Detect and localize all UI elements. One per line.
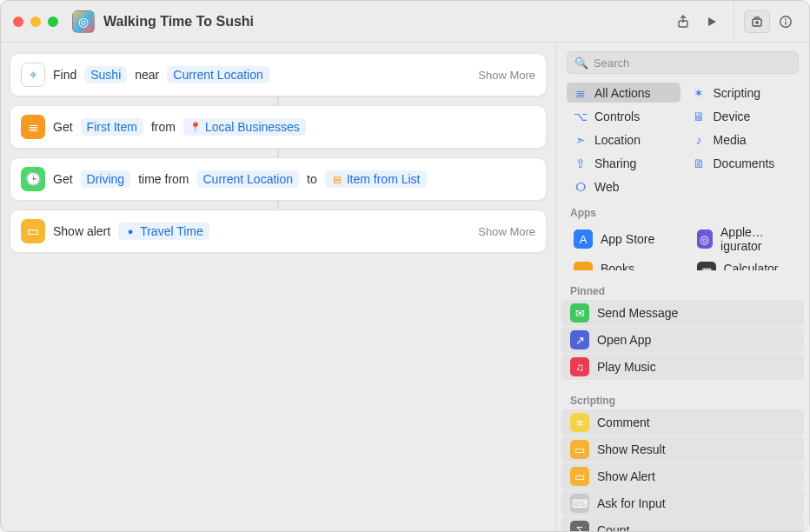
pinned-action-label: Send Message (597, 306, 678, 320)
app-item[interactable]: AApp Store (565, 222, 678, 256)
category-item[interactable]: ✶Scripting (686, 83, 800, 103)
category-icon: ⇪ (573, 156, 588, 170)
scripting-action-label: Comment (597, 416, 650, 429)
traffic-lights (13, 17, 58, 27)
app-item[interactable]: ▭Books (565, 258, 678, 270)
category-item[interactable]: 🖥Device (686, 106, 800, 126)
show-more-button[interactable]: Show More (478, 69, 535, 82)
scripting-action-label: Show Result (597, 442, 666, 456)
action-connector (10, 96, 547, 105)
app-icon: ▦ (697, 262, 716, 270)
app-label: Books (601, 262, 634, 270)
category-item[interactable]: ♪Media (686, 130, 800, 150)
action-step[interactable]: ⌖FindSushinearCurrent LocationShow More (10, 53, 547, 96)
scripting-action-icon: ▭ (570, 440, 589, 459)
pinned-action-icon: ↗ (570, 330, 589, 349)
scripting-action[interactable]: ≡Comment (561, 409, 804, 436)
action-parameter[interactable]: Current Location (167, 66, 269, 83)
action-search-field[interactable]: 🔍 Search (567, 51, 799, 74)
action-library-sidebar: 🔍 Search ≣All Actions✶Scripting⌥Controls… (555, 43, 809, 531)
action-text: Find (53, 68, 76, 82)
category-item[interactable]: ⇪Sharing (567, 153, 681, 173)
share-icon (676, 15, 690, 29)
category-item[interactable]: ≣All Actions (567, 83, 681, 103)
category-item[interactable]: ➣Location (567, 130, 681, 150)
close-window-button[interactable] (13, 17, 23, 27)
scripting-action-icon: ▭ (570, 467, 589, 486)
category-item[interactable]: ⌥Controls (567, 106, 681, 126)
pinned-action[interactable]: ✉Send Message (561, 300, 804, 326)
run-button[interactable] (699, 10, 725, 33)
action-variable[interactable]: 📍Local Businesses (183, 118, 306, 136)
scripting-action-label: Show Alert (597, 469, 655, 483)
category-label: Media (714, 133, 747, 147)
action-text: Get (53, 172, 73, 186)
action-variable[interactable]: ●Travel Time (118, 223, 209, 240)
action-connector (10, 201, 547, 209)
category-icon: ⌥ (573, 109, 588, 123)
category-icon: ✶ (692, 85, 707, 100)
pinned-action-label: Play Music (597, 360, 656, 374)
info-icon (779, 15, 793, 29)
scripting-action[interactable]: ▭Show Alert (561, 463, 804, 489)
scripting-action-icon: ≡ (570, 413, 589, 432)
action-app-icon: 🕒 (21, 167, 45, 191)
action-parameter[interactable]: Sushi (84, 66, 127, 83)
variable-type-icon: ▤ (331, 173, 343, 185)
action-step[interactable]: ▭Show alert●Travel TimeShow More (10, 209, 547, 253)
app-item[interactable]: ◎Apple…igurator (688, 222, 801, 256)
info-button[interactable] (773, 10, 799, 33)
scripting-action[interactable]: ⌨Ask for Input (561, 490, 804, 516)
share-button[interactable] (670, 10, 696, 33)
app-window: ◎ Walking Time To Sushi ⌖FindSushinearCu… (0, 0, 810, 532)
category-icon: 🖥 (692, 109, 707, 123)
action-step[interactable]: ≣GetFirst Itemfrom📍Local Businesses (10, 105, 547, 149)
svg-point-3 (785, 18, 787, 20)
app-label: App Store (601, 232, 654, 246)
pinned-action-icon: ♫ (570, 357, 589, 376)
action-text: to (307, 172, 317, 186)
app-icon: ◎ (697, 229, 714, 249)
action-parameter[interactable]: Driving (81, 170, 131, 188)
pinned-action[interactable]: ↗Open App (561, 327, 804, 353)
action-variable[interactable]: ▤Item from List (325, 170, 427, 188)
category-label: Documents (714, 156, 775, 170)
section-pinned-label: Pinned (556, 280, 809, 299)
app-label: Apple…igurator (720, 225, 792, 253)
category-item[interactable]: ⵔWeb (567, 176, 681, 196)
app-icon: ▭ (574, 262, 593, 270)
shortcut-icon: ◎ (72, 10, 95, 33)
category-label: Sharing (594, 156, 636, 170)
category-item[interactable]: 🗎Documents (686, 153, 800, 173)
action-text: Show alert (53, 224, 110, 238)
variable-type-icon: 📍 (189, 121, 202, 133)
scripting-action[interactable]: ΣCount (561, 517, 804, 531)
action-step[interactable]: 🕒GetDrivingtime fromCurrent Locationto▤I… (10, 157, 547, 201)
category-icon: ➣ (573, 132, 588, 147)
action-parameter[interactable]: Current Location (197, 170, 300, 188)
category-icon: ♪ (692, 132, 707, 147)
shortcut-title: Walking Time To Sushi (103, 14, 254, 30)
action-text: from (151, 120, 176, 134)
action-text: Get (53, 120, 73, 134)
library-icon (750, 15, 764, 29)
search-icon: 🔍 (574, 57, 588, 70)
category-icon: ≣ (573, 85, 588, 100)
zoom-window-button[interactable] (48, 17, 58, 27)
category-label: Location (594, 133, 641, 147)
category-icon: 🗎 (692, 156, 707, 170)
action-parameter[interactable]: First Item (81, 118, 143, 136)
category-label: Device (714, 110, 751, 123)
pinned-action[interactable]: ♫Play Music (561, 354, 804, 380)
show-more-button[interactable]: Show More (478, 225, 535, 238)
minimize-window-button[interactable] (30, 17, 41, 27)
library-button[interactable] (744, 10, 770, 33)
action-text: time from (138, 172, 189, 186)
scripting-action[interactable]: ▭Show Result (561, 436, 804, 462)
variable-type-icon: ● (124, 225, 136, 237)
pinned-action-icon: ✉ (570, 303, 589, 323)
category-item (686, 176, 800, 196)
action-app-icon: ⌖ (21, 63, 45, 87)
app-item[interactable]: ▦Calculator (688, 258, 801, 270)
scripting-action-icon: ⌨ (570, 494, 589, 513)
